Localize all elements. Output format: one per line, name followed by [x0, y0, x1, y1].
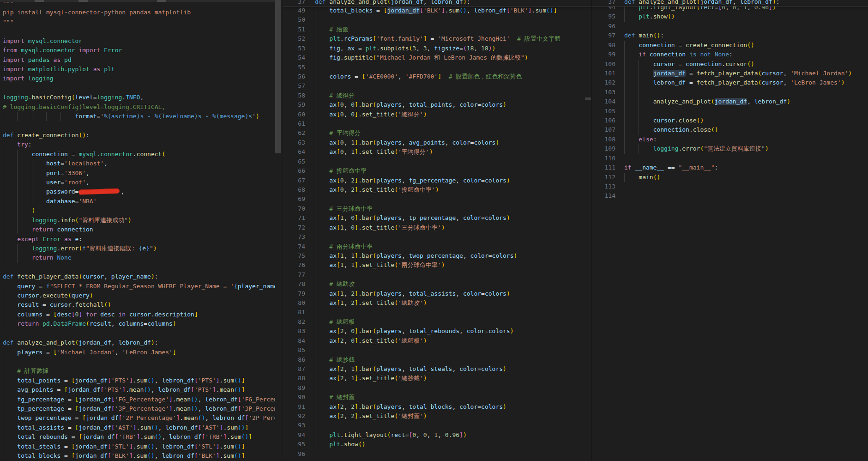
line-number[interactable]: 58 — [283, 91, 305, 100]
code-line[interactable]: import mysql.connector — [0, 36, 275, 46]
line-number[interactable]: 103 — [592, 88, 615, 97]
code-line[interactable]: 54 fig.suptitle("Michael Jordan 和 LeBron… — [283, 53, 585, 62]
line-number[interactable]: 101 — [592, 69, 615, 78]
line-number[interactable]: 100 — [592, 60, 615, 69]
line-number[interactable]: 75 — [283, 251, 305, 261]
code-line[interactable] — [0, 263, 275, 272]
code-line[interactable]: return None — [0, 253, 275, 262]
line-number[interactable]: 93 — [283, 421, 305, 430]
code-line[interactable]: 99 if connection is not None: — [592, 50, 868, 59]
code-line[interactable]: user='root', — [0, 178, 275, 187]
code-line[interactable] — [0, 84, 275, 93]
code-line[interactable]: 81 — [283, 308, 585, 317]
code-line[interactable]: 82 # 總籃板 — [283, 317, 585, 327]
line-number[interactable]: 62 — [283, 128, 305, 138]
code-line[interactable]: 114 — [592, 191, 868, 200]
line-number[interactable]: 99 — [592, 50, 615, 59]
code-line[interactable]: 58 # 總得分 — [283, 91, 585, 100]
line-number[interactable]: 50 — [283, 15, 305, 24]
code-line[interactable]: tp_percentage = [jordan_df['3P_Percentag… — [0, 404, 275, 413]
line-number[interactable]: 69 — [283, 194, 305, 204]
code-line[interactable]: 95 plt.show() — [283, 440, 585, 449]
code-line[interactable]: 49 total_blocks = [jordan_df['BLK'].sum(… — [283, 6, 585, 15]
code-line[interactable]: 106 cursor.close() — [592, 116, 868, 125]
line-number[interactable]: 37 — [592, 0, 615, 6]
line-number[interactable]: 76 — [283, 261, 305, 270]
line-number[interactable]: 72 — [283, 223, 305, 232]
code-line[interactable]: 98 connection = create_connection() — [592, 41, 868, 50]
line-number[interactable]: 37 — [283, 0, 305, 6]
code-line[interactable]: 104 analyze_and_plot(jordan_df, lebron_d… — [592, 97, 868, 106]
code-line[interactable]: format='%(asctime)s - %(levelname)s - %(… — [0, 112, 275, 121]
code-line[interactable]: port='3306', — [0, 169, 275, 178]
line-number[interactable]: 94 — [283, 431, 305, 440]
line-number[interactable]: 92 — [283, 412, 305, 421]
code-line[interactable]: 55 — [283, 63, 585, 72]
code-line[interactable]: return pd.DataFrame(result, columns=colu… — [0, 319, 275, 328]
code-line[interactable]: avg_points = [jordan_df['PTS'].mean(), l… — [0, 385, 275, 394]
pane-left[interactable]: """pip install mysql-connector-python pa… — [0, 0, 283, 461]
code-line[interactable]: columns = [desc[0] for desc in cursor.de… — [0, 310, 275, 319]
code-line[interactable]: logging.info("資料庫連接成功") — [0, 216, 275, 225]
line-number[interactable]: 85 — [283, 346, 305, 355]
code-line[interactable]: twop_percentage = [jordan_df['2P_Percent… — [0, 413, 275, 423]
code-line[interactable]: def fetch_player_data(cursor, player_nam… — [0, 272, 275, 281]
line-number[interactable]: 112 — [592, 173, 615, 182]
code-line[interactable]: 76 ax[1, 1].set_title('兩分球命中率') — [283, 261, 585, 270]
pane-divider-left-middle[interactable] — [283, 0, 283, 461]
code-line[interactable]: logging.basicConfig(level=logging.INFO, — [0, 93, 275, 102]
line-number[interactable]: 113 — [592, 182, 615, 191]
code-line[interactable]: 69 — [283, 194, 585, 204]
code-line[interactable]: 105 — [592, 107, 868, 116]
code-line[interactable]: 90 # 總封蓋 — [283, 393, 585, 402]
left-pane-scrollbar-thumb[interactable] — [275, 0, 281, 153]
code-line[interactable]: 86 # 總抄截 — [283, 355, 585, 364]
line-number[interactable]: 51 — [283, 25, 305, 34]
code-line[interactable]: 93 — [283, 421, 585, 430]
line-number[interactable]: 90 — [283, 393, 305, 402]
code-line[interactable]: 95 plt.show() — [592, 12, 868, 21]
code-line[interactable]: total_steals = [jordan_df['STL'].sum(), … — [0, 442, 275, 451]
line-number[interactable]: 70 — [283, 204, 305, 213]
code-line[interactable]: 80 ax[1, 2].set_title('總助攻') — [283, 298, 585, 308]
code-line[interactable]: 101 jordan_df = fetch_player_data(cursor… — [592, 69, 868, 78]
line-number[interactable]: 110 — [592, 154, 615, 163]
code-line[interactable]: 57 — [283, 81, 585, 91]
code-line[interactable]: 65 — [283, 157, 585, 166]
line-number[interactable]: 91 — [283, 402, 305, 412]
code-line[interactable]: from mysql.connector import Error — [0, 46, 275, 55]
code-line[interactable]: 94 plt.tight_layout(rect=[0, 0, 1, 0.96]… — [283, 431, 585, 440]
code-line[interactable]: database='NBA' — [0, 197, 275, 206]
code-line[interactable]: 113 — [592, 182, 868, 191]
line-number[interactable]: 66 — [283, 166, 305, 176]
code-line[interactable]: 62 # 平均得分 — [283, 128, 585, 138]
line-number[interactable]: 54 — [283, 53, 305, 62]
code-line[interactable]: players = ['Michael Jordan', 'LeBron Jam… — [0, 348, 275, 357]
code-line[interactable]: 61 — [283, 119, 585, 128]
code-line[interactable]: 89 — [283, 383, 585, 393]
line-number[interactable]: 104 — [592, 97, 615, 106]
line-number[interactable]: 71 — [283, 213, 305, 223]
line-number[interactable]: 105 — [592, 107, 615, 116]
code-line[interactable]: host='localhost', — [0, 159, 275, 168]
line-number[interactable]: 52 — [283, 34, 305, 43]
line-number[interactable]: 60 — [283, 110, 305, 119]
line-number[interactable]: 102 — [592, 78, 615, 87]
line-number[interactable]: 73 — [283, 232, 305, 242]
code-line[interactable]: def create_connection(): — [0, 131, 275, 140]
code-line[interactable]: 91 ax[2, 2].bar(players, total_blocks, c… — [283, 402, 585, 412]
line-number[interactable]: 95 — [592, 12, 615, 21]
code-line[interactable]: 50 — [283, 15, 585, 24]
code-line[interactable] — [0, 27, 275, 36]
code-line[interactable]: 102 lebron_df = fetch_player_data(cursor… — [592, 78, 868, 87]
code-line[interactable]: ) — [0, 206, 275, 215]
code-line[interactable] — [0, 357, 275, 366]
code-line[interactable] — [0, 121, 275, 130]
line-number[interactable]: 108 — [592, 135, 615, 144]
code-line[interactable]: 68 ax[0, 2].set_title('投籃命中率') — [283, 185, 585, 194]
code-line[interactable]: 112 main() — [592, 173, 868, 182]
line-number[interactable]: 98 — [592, 41, 615, 50]
code-line[interactable]: 66 # 投籃命中率 — [283, 166, 585, 176]
code-line[interactable]: 107 connection.close() — [592, 125, 868, 134]
code-line[interactable]: 70 # 三分球命中率 — [283, 204, 585, 213]
